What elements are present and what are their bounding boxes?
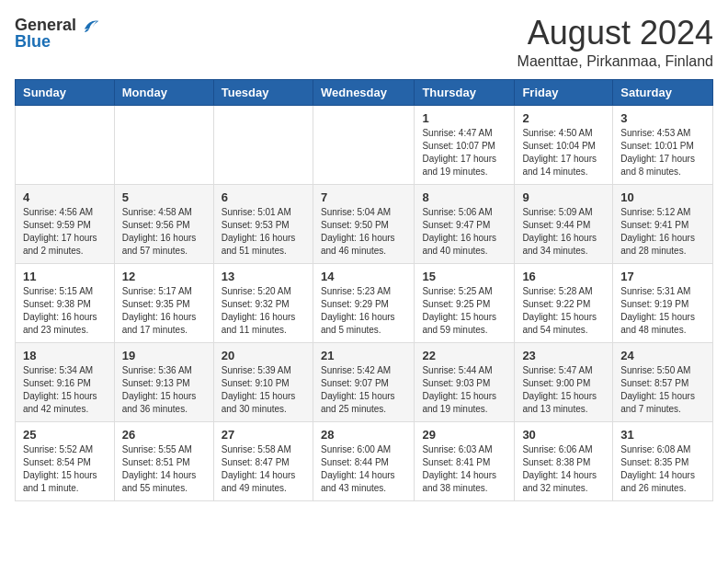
day-number: 1 <box>422 111 506 125</box>
weekday-header-wednesday: Wednesday <box>313 79 414 105</box>
day-info: Sunrise: 6:00 AM Sunset: 8:44 PM Dayligh… <box>321 443 406 495</box>
day-info: Sunrise: 5:55 AM Sunset: 8:51 PM Dayligh… <box>122 443 206 495</box>
day-info: Sunrise: 5:47 AM Sunset: 9:00 PM Dayligh… <box>522 364 605 416</box>
day-info: Sunrise: 6:06 AM Sunset: 8:38 PM Dayligh… <box>522 443 605 495</box>
day-info: Sunrise: 5:44 AM Sunset: 9:03 PM Dayligh… <box>422 364 506 416</box>
day-info: Sunrise: 5:34 AM Sunset: 9:16 PM Dayligh… <box>23 364 107 416</box>
day-number: 12 <box>122 270 206 283</box>
calendar-cell: 21Sunrise: 5:42 AM Sunset: 9:07 PM Dayli… <box>313 342 414 421</box>
day-number: 23 <box>522 349 605 362</box>
weekday-header-friday: Friday <box>515 79 613 105</box>
day-number: 26 <box>122 428 206 442</box>
calendar-cell: 17Sunrise: 5:31 AM Sunset: 9:19 PM Dayli… <box>613 263 713 342</box>
logo-bird-icon <box>78 15 100 37</box>
calendar-cell <box>313 105 414 184</box>
calendar-cell: 14Sunrise: 5:23 AM Sunset: 9:29 PM Dayli… <box>313 263 414 342</box>
day-number: 15 <box>422 270 506 283</box>
weekday-header-monday: Monday <box>114 79 213 105</box>
day-number: 2 <box>522 111 605 125</box>
day-number: 9 <box>522 190 605 204</box>
day-number: 17 <box>620 270 705 283</box>
day-info: Sunrise: 5:31 AM Sunset: 9:19 PM Dayligh… <box>620 285 705 337</box>
day-info: Sunrise: 5:28 AM Sunset: 9:22 PM Dayligh… <box>522 285 605 337</box>
weekday-header-row: SundayMondayTuesdayWednesdayThursdayFrid… <box>16 79 713 105</box>
calendar-cell: 26Sunrise: 5:55 AM Sunset: 8:51 PM Dayli… <box>114 421 213 500</box>
calendar-cell: 19Sunrise: 5:36 AM Sunset: 9:13 PM Dayli… <box>114 342 213 421</box>
day-number: 27 <box>222 428 305 442</box>
day-number: 10 <box>620 190 705 204</box>
calendar-cell: 27Sunrise: 5:58 AM Sunset: 8:47 PM Dayli… <box>213 421 313 500</box>
logo: General Blue <box>15 15 100 52</box>
calendar-cell <box>213 105 313 184</box>
day-info: Sunrise: 5:42 AM Sunset: 9:07 PM Dayligh… <box>321 364 406 416</box>
day-number: 19 <box>122 349 206 362</box>
day-number: 21 <box>321 349 406 362</box>
calendar-cell: 20Sunrise: 5:39 AM Sunset: 9:10 PM Dayli… <box>213 342 313 421</box>
page-header: General Blue August 2024 Maenttae, Pirka… <box>15 15 713 70</box>
day-info: Sunrise: 6:08 AM Sunset: 8:35 PM Dayligh… <box>620 443 705 495</box>
day-info: Sunrise: 4:53 AM Sunset: 10:01 PM Daylig… <box>620 127 705 178</box>
calendar-cell: 1Sunrise: 4:47 AM Sunset: 10:07 PM Dayli… <box>415 105 515 184</box>
day-info: Sunrise: 5:36 AM Sunset: 9:13 PM Dayligh… <box>122 364 206 416</box>
day-info: Sunrise: 5:09 AM Sunset: 9:44 PM Dayligh… <box>522 206 605 258</box>
day-info: Sunrise: 5:50 AM Sunset: 8:57 PM Dayligh… <box>620 364 705 416</box>
day-number: 24 <box>620 349 705 362</box>
day-number: 13 <box>222 270 305 283</box>
day-info: Sunrise: 5:04 AM Sunset: 9:50 PM Dayligh… <box>321 206 406 258</box>
day-info: Sunrise: 5:39 AM Sunset: 9:10 PM Dayligh… <box>222 364 305 416</box>
calendar-cell: 5Sunrise: 4:58 AM Sunset: 9:56 PM Daylig… <box>114 184 213 263</box>
weekday-header-tuesday: Tuesday <box>213 79 313 105</box>
day-number: 7 <box>321 190 406 204</box>
calendar-cell: 6Sunrise: 5:01 AM Sunset: 9:53 PM Daylig… <box>213 184 313 263</box>
calendar-cell <box>16 105 115 184</box>
calendar-cell: 12Sunrise: 5:17 AM Sunset: 9:35 PM Dayli… <box>114 263 213 342</box>
calendar-cell: 28Sunrise: 6:00 AM Sunset: 8:44 PM Dayli… <box>313 421 414 500</box>
calendar-cell: 30Sunrise: 6:06 AM Sunset: 8:38 PM Dayli… <box>515 421 613 500</box>
calendar-cell: 24Sunrise: 5:50 AM Sunset: 8:57 PM Dayli… <box>613 342 713 421</box>
day-info: Sunrise: 5:06 AM Sunset: 9:47 PM Dayligh… <box>422 206 506 258</box>
week-row-1: 1Sunrise: 4:47 AM Sunset: 10:07 PM Dayli… <box>16 105 713 184</box>
calendar-cell: 4Sunrise: 4:56 AM Sunset: 9:59 PM Daylig… <box>16 184 115 263</box>
calendar-cell: 31Sunrise: 6:08 AM Sunset: 8:35 PM Dayli… <box>613 421 713 500</box>
calendar-cell: 8Sunrise: 5:06 AM Sunset: 9:47 PM Daylig… <box>415 184 515 263</box>
calendar-cell <box>114 105 213 184</box>
day-number: 4 <box>23 190 107 204</box>
calendar-cell: 29Sunrise: 6:03 AM Sunset: 8:41 PM Dayli… <box>415 421 515 500</box>
calendar-cell: 18Sunrise: 5:34 AM Sunset: 9:16 PM Dayli… <box>16 342 115 421</box>
day-number: 8 <box>422 190 506 204</box>
day-info: Sunrise: 4:47 AM Sunset: 10:07 PM Daylig… <box>422 127 506 178</box>
day-number: 30 <box>522 428 605 442</box>
day-number: 18 <box>23 349 107 362</box>
day-info: Sunrise: 5:23 AM Sunset: 9:29 PM Dayligh… <box>321 285 406 337</box>
day-info: Sunrise: 5:20 AM Sunset: 9:32 PM Dayligh… <box>222 285 305 337</box>
day-info: Sunrise: 4:50 AM Sunset: 10:04 PM Daylig… <box>522 127 605 178</box>
week-row-2: 4Sunrise: 4:56 AM Sunset: 9:59 PM Daylig… <box>16 184 713 263</box>
day-number: 6 <box>222 190 305 204</box>
logo-blue: Blue <box>15 33 51 52</box>
month-year-title: August 2024 <box>518 15 713 52</box>
day-info: Sunrise: 6:03 AM Sunset: 8:41 PM Dayligh… <box>422 443 506 495</box>
calendar-cell: 25Sunrise: 5:52 AM Sunset: 8:54 PM Dayli… <box>16 421 115 500</box>
day-number: 5 <box>122 190 206 204</box>
day-info: Sunrise: 4:58 AM Sunset: 9:56 PM Dayligh… <box>122 206 206 258</box>
week-row-3: 11Sunrise: 5:15 AM Sunset: 9:38 PM Dayli… <box>16 263 713 342</box>
day-info: Sunrise: 5:52 AM Sunset: 8:54 PM Dayligh… <box>23 443 107 495</box>
weekday-header-thursday: Thursday <box>415 79 515 105</box>
weekday-header-sunday: Sunday <box>16 79 115 105</box>
week-row-4: 18Sunrise: 5:34 AM Sunset: 9:16 PM Dayli… <box>16 342 713 421</box>
calendar-cell: 22Sunrise: 5:44 AM Sunset: 9:03 PM Dayli… <box>415 342 515 421</box>
day-number: 3 <box>620 111 705 125</box>
day-number: 31 <box>620 428 705 442</box>
day-info: Sunrise: 5:58 AM Sunset: 8:47 PM Dayligh… <box>222 443 305 495</box>
day-info: Sunrise: 5:17 AM Sunset: 9:35 PM Dayligh… <box>122 285 206 337</box>
day-info: Sunrise: 4:56 AM Sunset: 9:59 PM Dayligh… <box>23 206 107 258</box>
day-info: Sunrise: 5:01 AM Sunset: 9:53 PM Dayligh… <box>222 206 305 258</box>
day-number: 29 <box>422 428 506 442</box>
day-number: 14 <box>321 270 406 283</box>
title-area: August 2024 Maenttae, Pirkanmaa, Finland <box>518 15 713 70</box>
day-info: Sunrise: 5:12 AM Sunset: 9:41 PM Dayligh… <box>620 206 705 258</box>
calendar-cell: 15Sunrise: 5:25 AM Sunset: 9:25 PM Dayli… <box>415 263 515 342</box>
day-info: Sunrise: 5:25 AM Sunset: 9:25 PM Dayligh… <box>422 285 506 337</box>
calendar-cell: 16Sunrise: 5:28 AM Sunset: 9:22 PM Dayli… <box>515 263 613 342</box>
calendar-cell: 23Sunrise: 5:47 AM Sunset: 9:00 PM Dayli… <box>515 342 613 421</box>
